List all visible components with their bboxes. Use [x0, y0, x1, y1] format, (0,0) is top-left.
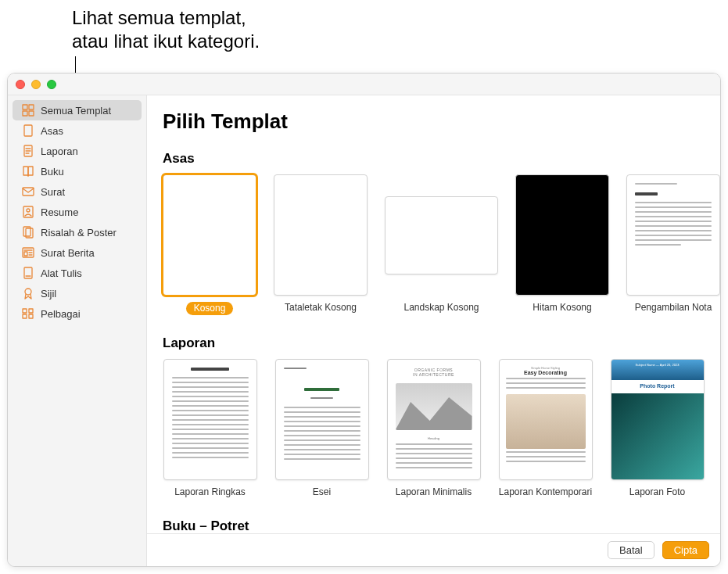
- book-icon: [22, 165, 34, 178]
- doc-text-icon: [22, 145, 34, 157]
- envelope-icon: [22, 185, 34, 198]
- svg-rect-16: [24, 252, 27, 256]
- section-title: Asas: [163, 151, 705, 167]
- create-button[interactable]: Cipta: [662, 541, 709, 559]
- svg-rect-3: [29, 111, 34, 116]
- minimize-icon[interactable]: [31, 80, 41, 89]
- template-thumbnail[interactable]: [274, 174, 368, 296]
- sidebar-item-label: Surat Berita: [41, 247, 95, 259]
- template-thumbnail[interactable]: Simple Home StylingEasy Decorating: [499, 359, 593, 480]
- template-thumbnail[interactable]: [163, 174, 256, 296]
- template-item[interactable]: Landskap Kosong: [385, 174, 498, 315]
- sidebar-item-surat[interactable]: Surat: [13, 181, 142, 202]
- section-title: Buku – Potret: [163, 518, 705, 533]
- template-item[interactable]: Esei: [274, 359, 369, 498]
- template-label: Kosong: [186, 302, 234, 315]
- template-scroll-area[interactable]: Pilih Templat AsasKosongTataletak Kosong…: [147, 95, 720, 533]
- template-item[interactable]: Pengambilan Nota: [626, 174, 720, 315]
- person-icon: [22, 206, 34, 218]
- flyer-icon: [22, 226, 34, 239]
- template-label: Laporan Ringkas: [163, 486, 257, 498]
- svg-rect-23: [29, 309, 33, 313]
- sidebar-item-label: Risalah & Poster: [41, 227, 117, 239]
- cancel-button[interactable]: Batal: [608, 541, 654, 559]
- template-thumbnail[interactable]: Subject Name — April 20, 2023Photo Repor…: [611, 359, 705, 480]
- svg-rect-1: [29, 105, 34, 109]
- template-thumbnail[interactable]: [385, 196, 498, 274]
- template-label: Laporan Minimalis: [386, 486, 481, 498]
- svg-rect-25: [29, 314, 33, 318]
- close-icon[interactable]: [16, 80, 25, 89]
- svg-point-11: [27, 209, 30, 212]
- svg-rect-9: [23, 188, 34, 196]
- sidebar-item-label: Buku: [41, 166, 64, 178]
- section-title: Laporan: [163, 335, 705, 351]
- template-item[interactable]: Hitam Kosong: [515, 174, 609, 315]
- sidebar-item-label: Pelbagai: [41, 308, 81, 320]
- template-thumbnail[interactable]: [515, 174, 609, 296]
- template-label: Landskap Kosong: [391, 302, 493, 314]
- main-panel: Pilih Templat AsasKosongTataletak Kosong…: [147, 95, 720, 566]
- sidebar-item-label: Laporan: [41, 145, 78, 157]
- sidebar-item-label: Semua Templat: [41, 105, 111, 117]
- template-item[interactable]: Subject Name — April 20, 2023Photo Repor…: [610, 359, 705, 498]
- stationery-icon: [22, 267, 34, 279]
- sidebar-item-label: Sijil: [41, 288, 56, 300]
- template-chooser-window: Semua TemplatAsasLaporanBukuSuratResumeR…: [7, 73, 721, 567]
- template-thumbnail[interactable]: [163, 359, 257, 480]
- page-title: Pilih Templat: [163, 109, 705, 134]
- sidebar-item-surat-berita[interactable]: Surat Berita: [13, 242, 142, 263]
- template-row: KosongTataletak KosongLandskap KosongHit…: [163, 174, 705, 315]
- svg-rect-0: [23, 105, 27, 109]
- template-item[interactable]: Laporan Ringkas: [163, 359, 257, 498]
- svg-rect-19: [24, 267, 32, 278]
- template-label: Laporan Kontemporari: [498, 486, 593, 498]
- svg-rect-2: [23, 111, 27, 116]
- sidebar-item-semua-templat[interactable]: Semua Templat: [13, 100, 142, 120]
- svg-rect-24: [23, 314, 27, 318]
- template-thumbnail[interactable]: ORGANIC FORMSIN ARCHITECTUREHeading: [387, 359, 481, 480]
- sidebar-item-label: Asas: [41, 125, 63, 137]
- sidebar-item-risalah-poster[interactable]: Risalah & Poster: [13, 222, 142, 242]
- sidebar-item-sijil[interactable]: Sijil: [13, 283, 142, 303]
- grid2-icon: [22, 307, 34, 320]
- window-content: Semua TemplatAsasLaporanBukuSuratResumeR…: [8, 95, 720, 566]
- news-icon: [22, 246, 34, 259]
- template-label: Laporan Foto: [610, 486, 705, 498]
- sidebar-item-label: Alat Tulis: [41, 267, 82, 279]
- template-thumbnail[interactable]: [626, 174, 720, 296]
- sidebar-item-laporan[interactable]: Laporan: [13, 141, 142, 161]
- window-titlebar: [8, 74, 720, 95]
- footer-bar: Batal Cipta: [147, 533, 720, 566]
- template-item[interactable]: Simple Home StylingEasy DecoratingLapora…: [498, 359, 593, 498]
- sidebar-item-asas[interactable]: Asas: [13, 120, 142, 141]
- zoom-icon[interactable]: [47, 80, 56, 89]
- svg-rect-22: [23, 309, 27, 313]
- sidebar-item-label: Surat: [41, 186, 65, 198]
- doc-icon: [22, 124, 34, 137]
- svg-rect-4: [24, 125, 32, 136]
- sidebar-item-buku[interactable]: Buku: [13, 161, 142, 181]
- template-label: Pengambilan Nota: [626, 302, 720, 314]
- sidebar-item-pelbagai[interactable]: Pelbagai: [13, 303, 142, 324]
- template-thumbnail[interactable]: [275, 359, 369, 480]
- sidebar: Semua TemplatAsasLaporanBukuSuratResumeR…: [8, 95, 147, 566]
- template-label: Tataletak Kosong: [274, 302, 368, 314]
- annotation-text: Lihat semua templat, atau lihat ikut kat…: [72, 6, 260, 53]
- sidebar-item-label: Resume: [41, 206, 78, 218]
- template-item[interactable]: ORGANIC FORMSIN ARCHITECTUREHeadingLapor…: [386, 359, 481, 498]
- template-label: Esei: [274, 486, 369, 498]
- template-row: Laporan RingkasEseiORGANIC FORMSIN ARCHI…: [163, 359, 705, 498]
- template-item[interactable]: Tataletak Kosong: [274, 174, 368, 315]
- grid-icon: [22, 104, 34, 117]
- template-item[interactable]: Kosong: [163, 174, 256, 315]
- sidebar-item-alat-tulis[interactable]: Alat Tulis: [13, 263, 142, 283]
- template-label: Hitam Kosong: [515, 302, 609, 314]
- ribbon-icon: [22, 287, 34, 300]
- sidebar-item-resume[interactable]: Resume: [13, 202, 142, 222]
